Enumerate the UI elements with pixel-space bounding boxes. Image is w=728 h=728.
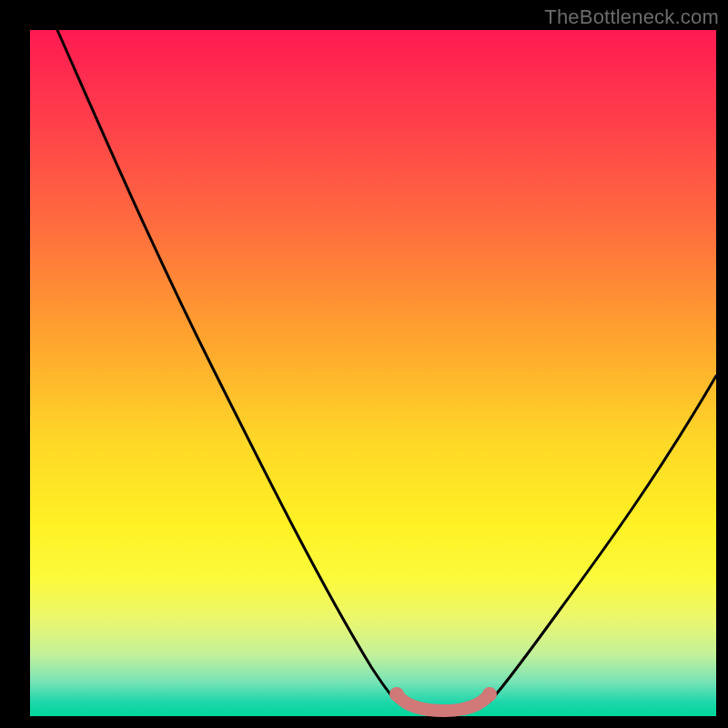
watermark-text: TheBottleneck.com xyxy=(544,5,719,29)
plateau-endpoint-right xyxy=(482,687,497,702)
plateau-endpoint-left xyxy=(389,687,404,702)
chart-frame: TheBottleneck.com xyxy=(0,0,728,728)
chart-svg xyxy=(30,30,716,716)
curve-left xyxy=(57,30,397,702)
curve-plateau xyxy=(397,694,490,711)
curve-right xyxy=(490,376,716,702)
